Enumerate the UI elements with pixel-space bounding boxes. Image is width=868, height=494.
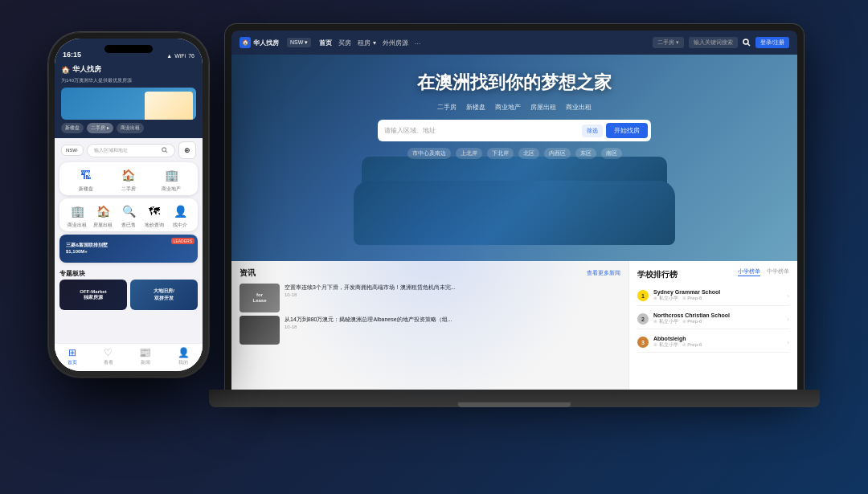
phone-screen: 16:15 ▲ WiFi 76 🏠 华人找房 为140万澳洲华人提供最优质房源 <box>55 39 203 371</box>
school-section-title: 学校排行榜 <box>637 269 678 280</box>
wifi-icon: WiFi <box>174 53 186 59</box>
phone-hero-image <box>61 88 196 120</box>
hero-region-7[interactable]: 南区 <box>601 148 622 159</box>
hero-region-5[interactable]: 内西区 <box>544 148 571 159</box>
nav-dropdown[interactable]: 二手房 ▾ <box>653 37 684 48</box>
phone-nav-profile-label: 我的 <box>178 359 188 366</box>
nav-login-btn[interactable]: 登录/注册 <box>755 37 789 48</box>
phone-icon-sold[interactable]: 🔍 查已售 <box>117 202 140 228</box>
phone-featured-title: 专题板块 <box>59 269 198 278</box>
phone-nav-home-label: 首页 <box>68 359 77 366</box>
school-arrow-1: › <box>787 292 789 300</box>
hero-tab-second-hand[interactable]: 二手房 <box>437 103 457 112</box>
phone-tab-secondhand[interactable]: 二手房 ▸ <box>87 123 113 133</box>
phone-featured-offmarket[interactable]: OFF-Market独家房源 <box>59 280 127 310</box>
nav-links: 首页 买房 租房 ▾ 外州房源 … <box>319 39 420 47</box>
news-img-2 <box>240 316 280 345</box>
hero-start-btn[interactable]: 开始找房 <box>606 123 648 138</box>
nav-search-icon[interactable] <box>743 39 751 47</box>
nav-location-btn[interactable]: NSW ▾ <box>287 38 311 47</box>
phone-banner-badge: LEADERS <box>171 238 194 244</box>
hero-tab-commercial-rent[interactable]: 商业出租 <box>566 103 592 112</box>
hero-region-1[interactable]: 市中心及南边 <box>407 148 451 159</box>
phone-icon-commercial-property[interactable]: 🏢 商业地产 <box>160 165 182 192</box>
news-title: 资讯 <box>240 267 256 279</box>
hero-search-input[interactable]: 请输入区域、地址 <box>384 126 579 135</box>
school-info-3: Abbotsleigh ⊙ 私立小学 ⊙ Prep-6 <box>653 336 782 349</box>
news-more-link[interactable]: 查看更多新闻 <box>587 269 620 277</box>
phone-icon-new-builds[interactable]: 🏗 新楼盘 <box>75 165 97 192</box>
website-content: 🏠 华人找房 NSW ▾ 首页 买房 租房 ▾ 外州房源 … <box>231 31 797 390</box>
svg-point-2 <box>162 148 166 152</box>
phone-search-input[interactable]: 输入区域和地址 <box>87 144 175 157</box>
hero-filter-btn[interactable]: 筛选 <box>582 125 603 137</box>
news-img-1: forLease <box>240 284 280 312</box>
school-item-1[interactable]: 1 Sydney Grammar School ⊙ 私立小学 ⊙ Prep-6 … <box>637 286 789 306</box>
school-name-3: Abbotsleigh <box>653 336 782 341</box>
phone-quick-icons-main: 🏗 新楼盘 🏠 二手房 🏢 商业地产 <box>59 162 198 195</box>
nav-logo-text: 华人找房 <box>253 39 279 47</box>
phone-icon-biz-rent[interactable]: 🏢 商业出租 <box>66 202 88 228</box>
hero-region-2[interactable]: 上北岸 <box>456 148 482 159</box>
phone-icon-land-price-icon: 🗺 <box>143 202 166 221</box>
phone-icon-house-rent[interactable]: 🏠 房屋出租 <box>92 202 114 228</box>
school-item-3[interactable]: 3 Abbotsleigh ⊙ 私立小学 ⊙ Prep-6 › <box>637 333 789 353</box>
phone-logo-text: 华人找房 <box>72 64 101 75</box>
phone-nav-profile[interactable]: 👤 我的 <box>178 347 190 366</box>
phone-bottom-nav: ⊞ 首页 ♡ 看看 📰 新闻 👤 我的 <box>55 343 203 371</box>
nav-link-overseas[interactable]: 外州房源 <box>383 39 408 47</box>
hero-tab-rental[interactable]: 房屋出租 <box>530 103 556 112</box>
phone-content: 🏠 华人找房 为140万澳洲华人提供最优质房源 新楼盘 二手房 ▸ 商业出租 <box>55 61 203 371</box>
phone-map-btn[interactable]: ⊕ <box>178 141 196 159</box>
phone-icon-second-hand-icon: 🏠 <box>117 165 140 185</box>
phone-icon-second-hand[interactable]: 🏠 二手房 <box>117 165 140 192</box>
hero-tab-new[interactable]: 新楼盘 <box>466 103 485 112</box>
hero-region-3[interactable]: 下北岸 <box>487 148 514 159</box>
nav-link-home[interactable]: 首页 <box>319 39 332 47</box>
phone-icon-new-builds-icon: 🏗 <box>75 165 97 185</box>
phone-tab-commercial[interactable]: 商业出租 <box>117 123 144 133</box>
school-tab-primary[interactable]: 小学榜单 <box>738 267 760 276</box>
hero-tab-commercial[interactable]: 商业地产 <box>495 103 521 112</box>
hero-region-6[interactable]: 东区 <box>575 148 596 159</box>
phone-nav-news-icon: 📰 <box>139 347 151 358</box>
phone-nav-news[interactable]: 📰 新闻 <box>139 347 151 366</box>
nav-link-buy[interactable]: 买房 <box>338 39 351 47</box>
nav-logo: 🏠 华人找房 <box>240 37 279 48</box>
nav-keyword-search[interactable]: 输入关键词搜索 <box>689 37 738 48</box>
phone-icon-land-price[interactable]: 🗺 地价查询 <box>143 202 166 228</box>
news-date-2: 10-18 <box>285 325 620 329</box>
school-item-2[interactable]: 2 Northcross Christian School ⊙ 私立小学 ⊙ P… <box>637 309 789 329</box>
phone-icon-agent[interactable]: 👤 找中介 <box>169 202 191 228</box>
school-tabs: 小学榜单 中学榜单 <box>738 267 789 276</box>
phone-nav-browse[interactable]: ♡ 看看 <box>104 347 113 366</box>
phone-search-area: NSW· 输入区域和地址 ⊕ <box>55 138 203 162</box>
school-tab-high[interactable]: 中学榜单 <box>767 267 789 276</box>
nav-logo-icon: 🏠 <box>240 37 251 48</box>
battery-indicator: 76 <box>188 53 194 59</box>
school-arrow-2: › <box>787 316 789 323</box>
phone-featured-dadi[interactable]: 大地旧房/双拼开发 <box>130 280 198 310</box>
hero-search-bar[interactable]: 请输入区域、地址 筛选 开始找房 <box>378 120 651 141</box>
school-meta-3: ⊙ 私立小学 ⊙ Prep-6 <box>653 341 782 349</box>
phone-location-btn[interactable]: NSW· <box>61 145 84 156</box>
phone-header-logo: 🏠 华人找房 <box>61 64 196 75</box>
hero-region-4[interactable]: 北区 <box>518 148 539 159</box>
phone-banner[interactable]: 三菱&富国联排别墅$1,100M+ LEADERS <box>59 235 198 263</box>
phone-icon-commercial-icon: 🏢 <box>160 165 182 185</box>
phone-header-subtitle: 为140万澳洲华人提供最优质房源 <box>61 77 196 84</box>
school-name-1: Sydney Grammar School <box>653 289 782 295</box>
phone-tab-new[interactable]: 新楼盘 <box>61 123 84 133</box>
phone-outer: 16:15 ▲ WiFi 76 🏠 华人找房 为140万澳洲华人提供最优质房源 <box>48 32 209 378</box>
nav-link-more[interactable]: … <box>415 39 421 47</box>
school-info-1: Sydney Grammar School ⊙ 私立小学 ⊙ Prep-6 <box>653 289 782 302</box>
hero-title: 在澳洲找到你的梦想之家 <box>417 71 612 95</box>
nav-link-rent[interactable]: 租房 ▾ <box>358 39 375 47</box>
phone-nav-home[interactable]: ⊞ 首页 <box>68 347 77 366</box>
school-section-header: 学校排行榜 小学榜单 中学榜单 <box>637 267 789 281</box>
phone-icon-new-builds-label: 新楼盘 <box>79 186 93 192</box>
hero-regions: 市中心及南边 上北岸 下北岸 北区 内西区 东区 南区 <box>407 148 622 159</box>
website-nav: 🏠 华人找房 NSW ▾ 首页 买房 租房 ▾ 外州房源 … <box>231 31 797 55</box>
phone-time: 16:15 <box>63 51 81 59</box>
sofa-decoration <box>354 181 675 245</box>
